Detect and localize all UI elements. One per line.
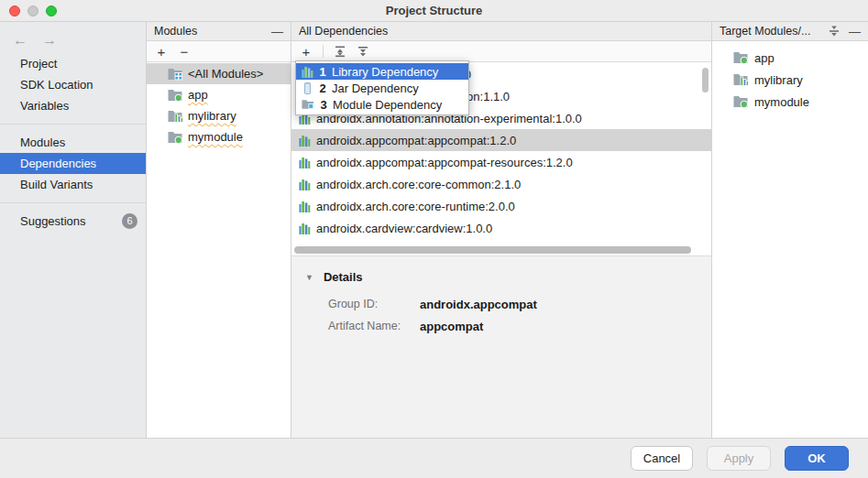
library-icon — [299, 135, 311, 147]
target-module-label: mymodule — [754, 95, 809, 109]
popup-item-jar-dependency[interactable]: 2 Jar Dependency — [296, 80, 468, 96]
popup-shortcut: 3 — [319, 98, 328, 112]
sidebar-item-project[interactable]: Project — [0, 53, 146, 74]
module-label: app — [188, 88, 208, 102]
module-row-mylibrary[interactable]: mylibrary — [147, 105, 291, 126]
add-dependency-popup: 1 Library Dependency 2 Jar Dependency 3 … — [295, 60, 469, 115]
library-module-icon — [733, 73, 749, 86]
back-arrow-icon[interactable]: ← — [13, 32, 27, 49]
popup-item-library-dependency[interactable]: 1 Library Dependency — [296, 63, 468, 80]
modules-panel: Modules — + − <All Modules> — [147, 22, 291, 438]
vertical-scrollbar[interactable] — [702, 68, 709, 92]
library-icon — [299, 201, 311, 212]
dependencies-panel-title: All Dependencies — [299, 25, 388, 38]
settings-sidebar: ← → Project SDK Location Variables Modul… — [0, 22, 147, 438]
sidebar-item-label: Suggestions — [20, 214, 86, 228]
target-module-label: app — [754, 51, 775, 65]
expand-all-icon[interactable] — [334, 45, 346, 58]
dialog-footer: Cancel Apply OK — [0, 438, 868, 478]
all-modules-folder-icon — [168, 68, 183, 81]
artifact-name-value: appcompat — [420, 320, 711, 333]
library-icon — [299, 223, 311, 234]
title-bar: Project Structure — [0, 0, 868, 22]
module-icon — [168, 131, 183, 144]
modules-panel-title: Modules — [154, 25, 197, 38]
target-module-mylibrary[interactable]: mylibrary — [712, 69, 868, 91]
group-id-label: Group ID: — [328, 298, 420, 311]
target-module-label: mylibrary — [754, 73, 803, 87]
module-row-app[interactable]: app — [147, 84, 291, 105]
module-label: <All Modules> — [188, 67, 263, 81]
target-modules-title: Target Modules/... — [720, 25, 810, 38]
app-module-icon — [733, 51, 749, 64]
sidebar-item-dependencies[interactable]: Dependencies — [0, 153, 146, 174]
details-title: Details — [324, 270, 363, 284]
popup-shortcut: 1 — [318, 65, 327, 79]
dependency-row[interactable]: androidx.arch.core:core-common:2.1.0 — [291, 173, 711, 195]
library-icon — [299, 179, 311, 190]
group-id-value: androidx.appcompat — [420, 298, 711, 311]
target-modules-panel: Target Modules/... — app — [712, 22, 868, 438]
minimize-panel-icon[interactable]: — — [271, 26, 283, 38]
library-icon — [302, 66, 313, 78]
module-row-all-modules[interactable]: <All Modules> — [147, 63, 291, 84]
horizontal-scrollbar-track — [291, 245, 711, 255]
details-section: ▼ Details Group ID: androidx.appcompat A… — [291, 255, 711, 438]
app-module-icon — [168, 89, 183, 102]
forward-arrow-icon[interactable]: → — [42, 32, 57, 49]
dependency-label: androidx.arch.core:core-runtime:2.0.0 — [316, 200, 515, 213]
window-controls — [9, 0, 57, 22]
dependency-row[interactable]: androidx.appcompat:appcompat-resources:1… — [291, 151, 711, 173]
suggestions-count-badge: 6 — [122, 213, 137, 229]
jar-icon — [302, 82, 313, 94]
add-dependency-button[interactable]: + — [300, 45, 313, 59]
sidebar-divider — [0, 124, 146, 125]
cancel-button[interactable]: Cancel — [631, 446, 693, 471]
target-module-mymodule[interactable]: mymodule — [712, 91, 868, 113]
dependency-row[interactable]: androidx.cardview:cardview:1.0.0 — [291, 217, 711, 239]
collapse-all-icon[interactable] — [357, 45, 369, 58]
zoom-window-button[interactable] — [46, 5, 57, 16]
module-label: mylibrary — [188, 109, 236, 123]
sidebar-item-suggestions[interactable]: Suggestions 6 — [0, 211, 146, 232]
library-icon — [299, 157, 311, 168]
popup-label: Jar Dependency — [332, 81, 419, 95]
dependency-label: androidx.arch.core:core-common:2.1.0 — [316, 178, 521, 191]
dependency-row[interactable]: androidx.arch.core:core-runtime:2.0.0 — [291, 195, 711, 217]
sidebar-item-sdk-location[interactable]: SDK Location — [0, 74, 146, 95]
dependency-label: androidx.cardview:cardview:1.0.0 — [316, 222, 492, 235]
sidebar-item-modules[interactable]: Modules — [0, 132, 146, 153]
minimize-window-button — [27, 5, 38, 16]
artifact-name-label: Artifact Name: — [328, 320, 420, 333]
module-row-mymodule[interactable]: mymodule — [147, 126, 291, 147]
module-folder-icon — [302, 99, 314, 110]
ok-button[interactable]: OK — [785, 446, 849, 471]
collapse-all-icon[interactable] — [828, 25, 841, 38]
add-module-button[interactable]: + — [155, 45, 168, 59]
popup-item-module-dependency[interactable]: 3 Module Dependency — [296, 96, 468, 113]
popup-label: Module Dependency — [333, 98, 442, 112]
module-icon — [733, 95, 749, 108]
dependency-row-selected[interactable]: androidx.appcompat:appcompat:1.2.0 — [291, 129, 711, 151]
sidebar-divider — [0, 202, 146, 203]
details-collapse-icon[interactable]: ▼ — [305, 273, 313, 282]
modules-tree: <All Modules> app mylibrar — [147, 62, 291, 147]
library-module-icon — [168, 110, 183, 123]
horizontal-scrollbar[interactable] — [294, 246, 691, 254]
remove-module-button[interactable]: − — [178, 45, 191, 59]
dependency-label: androidx.appcompat:appcompat-resources:1… — [316, 156, 573, 169]
sidebar-item-build-variants[interactable]: Build Variants — [0, 174, 146, 195]
sidebar-item-variables[interactable]: Variables — [0, 95, 146, 116]
target-module-app[interactable]: app — [712, 47, 868, 69]
dependency-label: androidx.appcompat:appcompat:1.2.0 — [316, 134, 516, 147]
popup-shortcut: 2 — [318, 81, 327, 95]
toolbar-separator — [323, 45, 324, 58]
dialog-title: Project Structure — [386, 4, 482, 17]
popup-label: Library Dependency — [332, 65, 438, 79]
close-window-button[interactable] — [9, 5, 20, 16]
dependencies-panel: All Dependencies + a — [291, 22, 712, 438]
module-label: mymodule — [188, 130, 243, 144]
apply-button[interactable]: Apply — [707, 446, 771, 471]
minimize-panel-icon[interactable]: — — [849, 26, 861, 38]
